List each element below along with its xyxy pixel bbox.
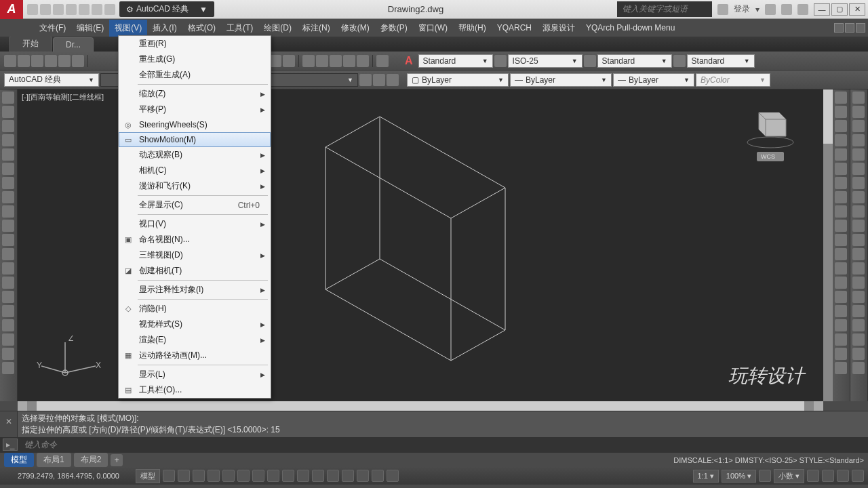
- fillet-tool[interactable]: [835, 277, 847, 289]
- save-button[interactable]: [31, 55, 43, 67]
- new-button[interactable]: [4, 55, 16, 67]
- snap-toggle[interactable]: [178, 470, 190, 482]
- menu-item-s[interactable]: 视觉样式(S)▶: [119, 317, 271, 332]
- xline-tool[interactable]: [2, 106, 14, 118]
- help-icon[interactable]: [797, 4, 808, 15]
- polar-toggle[interactable]: [208, 470, 220, 482]
- trim-tool[interactable]: [835, 205, 847, 218]
- sheetset-button[interactable]: [316, 55, 328, 67]
- model-tab[interactable]: 模型: [4, 453, 34, 467]
- designcenter-button[interactable]: [343, 55, 355, 67]
- dim-center-tool[interactable]: [852, 277, 865, 289]
- menu-item-m[interactable]: ▦运动路径动画(M)...: [119, 348, 271, 363]
- menu-yuanquan[interactable]: 源泉设计: [537, 20, 580, 37]
- layer-prev-button[interactable]: [359, 74, 372, 86]
- menu-item-b[interactable]: 动态观察(B)▶: [119, 147, 271, 163]
- preview-button[interactable]: [58, 55, 71, 67]
- stretch-tool[interactable]: [835, 191, 847, 203]
- dim-style-tool[interactable]: [852, 362, 865, 374]
- horizontal-scrollbar[interactable]: [18, 401, 823, 411]
- open-button[interactable]: [18, 55, 30, 67]
- rectangle-tool[interactable]: [2, 148, 14, 161]
- app-logo[interactable]: A: [0, 0, 23, 19]
- tpy-toggle[interactable]: [312, 470, 324, 482]
- dim-radius-tool[interactable]: [852, 148, 865, 161]
- addselected-tool[interactable]: [2, 362, 14, 374]
- toolpalette-button[interactable]: [330, 55, 342, 67]
- layer-state-button[interactable]: [373, 74, 385, 86]
- am-toggle[interactable]: [357, 470, 369, 482]
- table-tool[interactable]: [2, 333, 14, 346]
- dim-tol-tool[interactable]: [852, 262, 865, 274]
- sc-toggle[interactable]: [342, 470, 354, 482]
- break-tool[interactable]: [835, 234, 847, 246]
- otrack-toggle[interactable]: [252, 470, 264, 482]
- ws-switching-button[interactable]: [759, 470, 771, 482]
- units-format[interactable]: 小数▾: [774, 469, 804, 483]
- cart-icon[interactable]: [781, 4, 792, 15]
- menu-item-d[interactable]: 三维视图(D)▶: [119, 247, 271, 263]
- menu-format[interactable]: 格式(O): [182, 20, 221, 37]
- menu-parametric[interactable]: 参数(P): [375, 20, 413, 37]
- menu-edit[interactable]: 编辑(E): [71, 20, 109, 37]
- menu-item-p[interactable]: 平移(P)▶: [119, 102, 271, 117]
- tool-18[interactable]: [835, 333, 847, 346]
- circle-tool[interactable]: [2, 177, 14, 189]
- scale-tool[interactable]: [835, 177, 847, 189]
- block-tool[interactable]: [2, 262, 14, 274]
- menu-item-o[interactable]: ▤工具栏(O)...: [119, 382, 271, 398]
- erase-tool[interactable]: [835, 305, 847, 317]
- dim-aligned-tool[interactable]: [852, 106, 865, 118]
- dim-angular-tool[interactable]: [852, 177, 865, 189]
- ucs-icon[interactable]: Z X Y: [31, 336, 106, 392]
- array-tool[interactable]: [835, 163, 847, 175]
- copy-tool[interactable]: [835, 106, 847, 118]
- polyline-tool[interactable]: [2, 120, 14, 132]
- account-icon[interactable]: [717, 4, 728, 15]
- dim-diameter-tool[interactable]: [852, 163, 865, 175]
- saveas-icon[interactable]: [66, 4, 77, 15]
- extend-tool[interactable]: [835, 220, 847, 232]
- customize-button[interactable]: [852, 470, 864, 482]
- spline-tool[interactable]: [2, 205, 14, 218]
- ducs-toggle[interactable]: [267, 470, 279, 482]
- menu-item-e[interactable]: 渲染(E)▶: [119, 332, 271, 348]
- publish-button[interactable]: [72, 55, 84, 67]
- mdi-close-button[interactable]: [856, 23, 865, 33]
- dim-linear-tool[interactable]: [852, 92, 865, 104]
- anno-vis-toggle[interactable]: [372, 470, 384, 482]
- dim-tedit-tool[interactable]: [852, 333, 865, 346]
- close-button[interactable]: ✕: [849, 3, 865, 16]
- dim-style-dropdown[interactable]: ISO-25▼: [508, 54, 583, 68]
- zoom-previous-button[interactable]: [283, 55, 295, 67]
- revcloud-tool[interactable]: [2, 191, 14, 203]
- command-input[interactable]: 键入命令: [20, 439, 57, 451]
- lwt-toggle[interactable]: [297, 470, 309, 482]
- mirror-tool[interactable]: [835, 134, 847, 146]
- menu-modify[interactable]: 修改(M): [336, 20, 375, 37]
- osnap-toggle[interactable]: [222, 470, 235, 482]
- print-button[interactable]: [45, 55, 57, 67]
- dim-edit-tool[interactable]: [852, 319, 865, 331]
- redo-icon[interactable]: [104, 4, 115, 15]
- menu-item-showmotionm[interactable]: ▭ShowMotion(M): [119, 132, 271, 147]
- isolate-button[interactable]: [807, 470, 819, 482]
- menu-item-a[interactable]: 全部重生成(A): [119, 67, 271, 83]
- menu-window[interactable]: 窗口(W): [413, 20, 453, 37]
- menu-item-z[interactable]: 缩放(Z)▶: [119, 86, 271, 102]
- layout1-tab[interactable]: 布局1: [37, 453, 71, 467]
- hardware-accel-button[interactable]: [822, 470, 834, 482]
- menu-draw[interactable]: 绘图(D): [258, 20, 297, 37]
- model-paper-toggle[interactable]: 模型: [136, 469, 160, 483]
- menu-item-n[interactable]: ▣命名视图(N)...: [119, 232, 271, 247]
- ortho-toggle[interactable]: [193, 470, 205, 482]
- workspace-selector[interactable]: AutoCAD 经典▼: [4, 73, 99, 87]
- login-button[interactable]: 登录: [734, 3, 750, 15]
- menu-dimension[interactable]: 标注(N): [297, 20, 336, 37]
- markup-button[interactable]: [357, 55, 369, 67]
- lineweight-dropdown[interactable]: —ByLayer▼: [613, 73, 694, 87]
- dim-inspect-tool[interactable]: [852, 291, 865, 303]
- workspace-dropdown[interactable]: ⚙AutoCAD 经典▼: [119, 1, 214, 17]
- menu-item-steeringwheelss[interactable]: ◎SteeringWheels(S): [119, 117, 271, 132]
- chamfer-tool[interactable]: [835, 262, 847, 274]
